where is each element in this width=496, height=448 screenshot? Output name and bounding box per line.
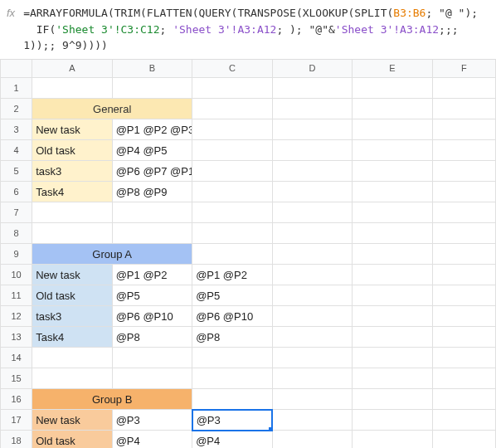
row-header[interactable]: 2 (1, 99, 32, 119)
cell[interactable]: Old task (32, 285, 112, 306)
cell[interactable] (272, 119, 352, 140)
cell[interactable] (432, 389, 495, 410)
cell[interactable]: @P1 @P2 (192, 265, 272, 285)
cell[interactable] (432, 119, 495, 140)
cell[interactable] (272, 223, 352, 244)
cell[interactable] (272, 182, 352, 202)
cell[interactable] (432, 410, 495, 431)
cell[interactable] (192, 119, 272, 140)
cell[interactable]: New task (32, 265, 112, 285)
cell[interactable] (272, 389, 352, 410)
cell[interactable] (272, 161, 352, 182)
cell[interactable]: @P4 (112, 431, 192, 449)
cell[interactable] (192, 389, 272, 410)
cell[interactable] (353, 431, 432, 449)
row-header[interactable]: 12 (1, 306, 32, 327)
section-header-groupb[interactable]: Group B (32, 389, 192, 410)
cell[interactable]: @P8 (192, 327, 272, 348)
cell[interactable] (112, 223, 192, 244)
cell[interactable] (272, 140, 352, 161)
cell[interactable] (272, 368, 352, 389)
cell[interactable] (353, 140, 432, 161)
cell[interactable] (432, 244, 495, 265)
col-header[interactable]: B (112, 60, 192, 78)
cell[interactable] (353, 285, 432, 306)
cell[interactable] (353, 182, 432, 202)
row-header[interactable]: 14 (1, 348, 32, 368)
cell[interactable] (432, 78, 495, 99)
cell[interactable] (353, 119, 432, 140)
cell[interactable] (353, 244, 432, 265)
cell[interactable] (272, 265, 352, 285)
cell[interactable]: @P5 (112, 285, 192, 306)
col-header[interactable]: D (272, 60, 352, 78)
cell[interactable]: @P6 @P10 (192, 306, 272, 327)
cell[interactable] (353, 306, 432, 327)
cell[interactable] (272, 244, 352, 265)
cell[interactable] (192, 99, 272, 119)
cell[interactable]: @P8 (112, 327, 192, 348)
row-header[interactable]: 11 (1, 285, 32, 306)
cell[interactable] (353, 161, 432, 182)
cell[interactable] (32, 223, 112, 244)
cell[interactable] (192, 78, 272, 99)
cell[interactable]: New task (32, 410, 112, 431)
row-header[interactable]: 4 (1, 140, 32, 161)
cell[interactable]: @P1 @P2 (112, 265, 192, 285)
cell[interactable] (432, 140, 495, 161)
cell[interactable] (272, 327, 352, 348)
cell[interactable] (432, 265, 495, 285)
cell[interactable] (112, 78, 192, 99)
cell[interactable] (192, 223, 272, 244)
row-header[interactable]: 9 (1, 244, 32, 265)
row-header[interactable]: 8 (1, 223, 32, 244)
cell[interactable] (432, 99, 495, 119)
cell[interactable]: task3 (32, 306, 112, 327)
selected-cell[interactable]: @P3 (192, 410, 272, 431)
cell[interactable] (432, 182, 495, 202)
cell[interactable]: @P4 @P5 (112, 140, 192, 161)
cell[interactable] (192, 368, 272, 389)
cell[interactable] (353, 223, 432, 244)
cell[interactable] (112, 368, 192, 389)
section-header-groupa[interactable]: Group A (32, 244, 192, 265)
cell[interactable]: @P4 (192, 431, 272, 449)
cell[interactable] (432, 285, 495, 306)
cell[interactable] (432, 306, 495, 327)
corner-cell[interactable] (1, 60, 32, 78)
row-header[interactable]: 10 (1, 265, 32, 285)
cell[interactable] (32, 368, 112, 389)
row-header[interactable]: 6 (1, 182, 32, 202)
cell[interactable]: Old task (32, 140, 112, 161)
cell[interactable] (432, 223, 495, 244)
cell[interactable] (192, 244, 272, 265)
row-header[interactable]: 7 (1, 202, 32, 223)
cell[interactable]: @P8 @P9 (112, 182, 192, 202)
cell[interactable] (353, 265, 432, 285)
cell[interactable]: @P6 @P7 @P10 (112, 161, 192, 182)
cell[interactable] (272, 202, 352, 223)
formula-bar[interactable]: fx =ARRAYFORMULA(TRIM(FLATTEN(QUERY(TRAN… (0, 0, 496, 60)
formula-text[interactable]: =ARRAYFORMULA(TRIM(FLATTEN(QUERY(TRANSPO… (23, 5, 489, 54)
col-header[interactable]: F (432, 60, 495, 78)
cell[interactable] (353, 368, 432, 389)
row-header[interactable]: 13 (1, 327, 32, 348)
cell[interactable] (112, 348, 192, 368)
cell[interactable] (272, 99, 352, 119)
section-header-general[interactable]: General (32, 99, 192, 119)
cell[interactable] (32, 202, 112, 223)
cell[interactable]: Task4 (32, 182, 112, 202)
col-header[interactable]: E (353, 60, 432, 78)
cell[interactable] (432, 368, 495, 389)
row-header[interactable]: 16 (1, 389, 32, 410)
row-header[interactable]: 1 (1, 78, 32, 99)
cell[interactable]: @P3 (112, 410, 192, 431)
cell[interactable] (192, 202, 272, 223)
cell[interactable]: @P1 @P2 @P3 (112, 119, 192, 140)
cell[interactable] (272, 285, 352, 306)
cell[interactable] (353, 348, 432, 368)
cell[interactable] (192, 140, 272, 161)
cell[interactable] (272, 306, 352, 327)
cell[interactable] (432, 431, 495, 449)
cell[interactable] (432, 202, 495, 223)
